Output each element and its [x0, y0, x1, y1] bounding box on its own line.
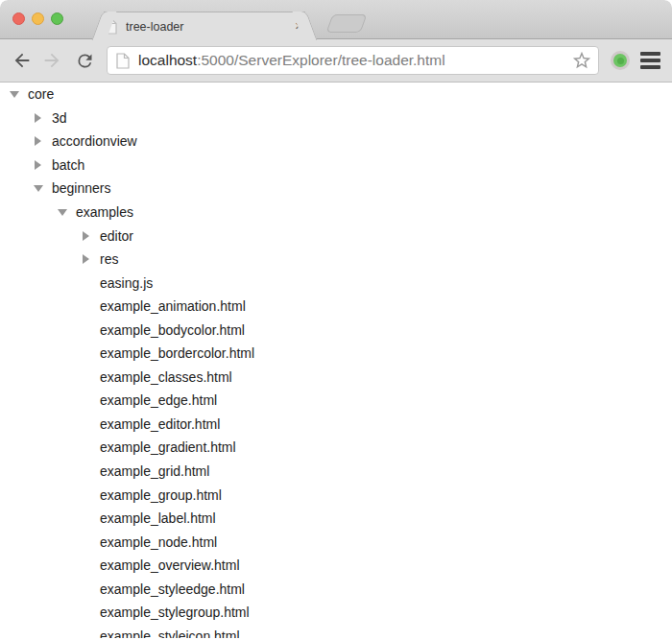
minimize-window-button[interactable]	[32, 12, 44, 25]
url-path: :5000/ServerExplorer/tree-loader.html	[197, 52, 444, 68]
bookmark-star-icon[interactable]	[571, 50, 592, 71]
tree-item-label[interactable]: examples	[76, 204, 133, 220]
tree-item[interactable]: accordionview	[0, 130, 672, 154]
url-text[interactable]: localhost:5000/ServerExplorer/tree-loade…	[138, 52, 571, 69]
file-tree: core3daccordionviewbatchbeginnersexample…	[0, 83, 672, 638]
tree-item-label[interactable]: example_grid.html	[100, 463, 209, 479]
tree-item-label[interactable]: example_styleedge.html	[100, 581, 245, 597]
menu-button[interactable]	[640, 52, 660, 69]
tree-item-label[interactable]: example_group.html	[100, 487, 222, 503]
tree-item-label[interactable]: example_editor.html	[100, 416, 220, 432]
tree-item[interactable]: example_group.html	[0, 483, 672, 507]
tree-item[interactable]: editor	[0, 224, 672, 248]
tree-item-label[interactable]: example_overview.html	[100, 557, 240, 573]
tree-item-label[interactable]: beginners	[52, 180, 111, 196]
tree-item[interactable]: example_classes.html	[0, 366, 672, 390]
tree-item[interactable]: example_bodycolor.html	[0, 318, 672, 342]
tree-item-label[interactable]: res	[100, 251, 118, 267]
triangle-right-icon[interactable]	[80, 254, 92, 264]
tree-item-label[interactable]: batch	[52, 157, 84, 173]
tree-item-label[interactable]: example_animation.html	[100, 298, 246, 314]
tree-item-label[interactable]: example_label.html	[100, 510, 216, 526]
extension-icon[interactable]	[611, 51, 630, 70]
tree-item[interactable]: example_node.html	[0, 530, 672, 554]
tree-item[interactable]: 3d	[0, 107, 672, 130]
triangle-right-icon[interactable]	[32, 113, 44, 123]
tree-item-label[interactable]: example_stylegroup.html	[100, 604, 250, 620]
tree-item[interactable]: example_overview.html	[0, 554, 672, 578]
tree-item[interactable]: res	[0, 248, 672, 272]
tree-item-label[interactable]: example_edge.html	[100, 392, 217, 408]
arrow-left-icon	[12, 50, 33, 71]
triangle-down-icon[interactable]	[8, 91, 20, 98]
tree-item[interactable]: example_gradient.html	[0, 436, 672, 460]
refresh-icon	[75, 51, 95, 71]
page-icon	[116, 53, 130, 69]
tab-close-icon[interactable]: ✕	[291, 18, 307, 35]
window-controls	[12, 12, 63, 25]
tree-item[interactable]: example_animation.html	[0, 295, 672, 319]
tree-item-label[interactable]: core	[28, 86, 54, 102]
tree-item-label[interactable]: example_bodycolor.html	[100, 322, 245, 338]
reload-button[interactable]	[72, 48, 97, 73]
tab-title: tree-loader	[126, 20, 291, 34]
address-bar[interactable]: localhost:5000/ServerExplorer/tree-loade…	[107, 46, 599, 75]
tree-item[interactable]: example_styleedge.html	[0, 577, 672, 601]
back-button[interactable]	[10, 48, 35, 73]
tree-item[interactable]: easing.js	[0, 271, 672, 295]
browser-toolbar: localhost:5000/ServerExplorer/tree-loade…	[0, 39, 672, 83]
tree-item[interactable]: example_stylegroup.html	[0, 601, 672, 625]
triangle-right-icon[interactable]	[80, 231, 92, 241]
tree-item[interactable]: beginners	[0, 177, 672, 201]
url-host: localhost	[138, 52, 197, 68]
tree-item-label[interactable]: example_node.html	[100, 534, 217, 550]
browser-tab[interactable]: tree-loader ✕	[104, 12, 305, 40]
extension-green-dot	[613, 54, 627, 67]
new-tab-button[interactable]	[326, 14, 368, 33]
tree-item[interactable]: core	[0, 83, 672, 107]
tree-item[interactable]: example_grid.html	[0, 460, 672, 484]
forward-button[interactable]	[39, 48, 64, 73]
hamburger-icon	[640, 52, 660, 56]
triangle-down-icon[interactable]	[32, 185, 44, 192]
tree-item-label[interactable]: easing.js	[100, 275, 153, 291]
tree-item-label[interactable]: example_gradient.html	[100, 439, 236, 455]
tree-item[interactable]: example_editor.html	[0, 413, 672, 437]
tree-item[interactable]: examples	[0, 201, 672, 225]
arrow-right-icon	[41, 50, 62, 71]
triangle-right-icon[interactable]	[32, 160, 44, 170]
browser-window: tree-loader ✕ localhost:5000/Serv	[0, 0, 672, 640]
tree-item[interactable]: example_styleicon.html	[0, 625, 672, 638]
close-window-button[interactable]	[12, 12, 25, 25]
tree-item-label[interactable]: example_classes.html	[100, 369, 232, 385]
tree-item-label[interactable]: editor	[100, 228, 133, 244]
tab-strip: tree-loader ✕	[0, 0, 672, 39]
tree-item-label[interactable]: accordionview	[52, 133, 137, 149]
tree-item-label[interactable]: 3d	[52, 110, 67, 126]
triangle-down-icon[interactable]	[56, 209, 68, 216]
page-favicon-icon	[104, 18, 117, 35]
tree-item[interactable]: example_bordercolor.html	[0, 342, 672, 366]
zoom-window-button[interactable]	[51, 12, 63, 25]
triangle-right-icon[interactable]	[32, 136, 44, 146]
tree-item[interactable]: example_edge.html	[0, 389, 672, 413]
tree-item[interactable]: example_label.html	[0, 507, 672, 531]
tree-item-label[interactable]: example_styleicon.html	[100, 628, 240, 638]
tree-item[interactable]: batch	[0, 154, 672, 178]
tree-item-label[interactable]: example_bordercolor.html	[100, 345, 254, 361]
